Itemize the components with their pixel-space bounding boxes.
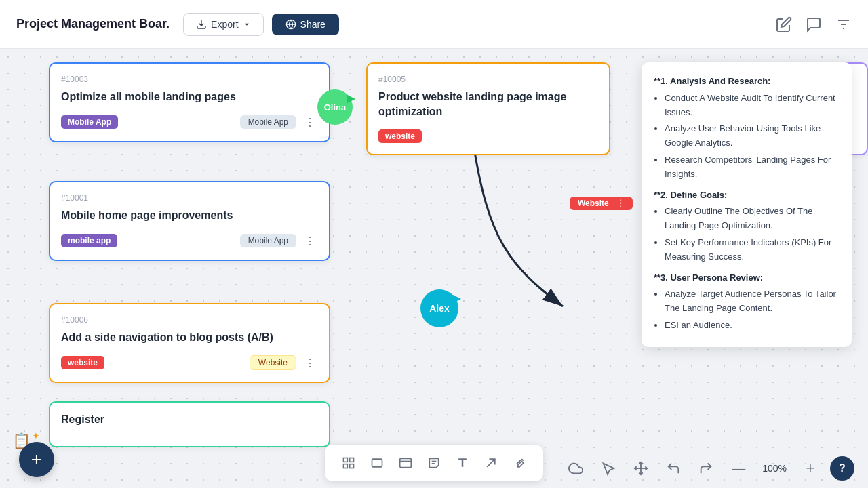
arrow-icon [484, 456, 498, 470]
more-btn-website[interactable]: ⋮ [616, 199, 625, 208]
card-10001[interactable]: #10001 Mobile home page improvements mob… [49, 181, 330, 261]
section-1: **1. Analysis And Research: Conduct A We… [654, 75, 840, 182]
more-button-10006[interactable]: ⋮ [302, 354, 318, 371]
card-10005[interactable]: #10005 Product website landing page imag… [366, 62, 610, 155]
card-id-10001: #10001 [61, 193, 318, 203]
sticky-icon [427, 456, 441, 470]
card-10006[interactable]: #10006 Add a side navigation to blog pos… [49, 303, 330, 383]
tag-website-10006[interactable]: website [61, 356, 104, 369]
footer-tag-mobile[interactable]: Mobile App [240, 115, 296, 129]
arrow-alex-icon [453, 295, 461, 303]
more-button[interactable]: ⋮ [302, 114, 318, 130]
undo-btn[interactable] [660, 455, 686, 481]
section-2-item-1: Clearly Outline The Objectives Of The La… [665, 205, 840, 233]
toolbar-text-btn[interactable] [450, 450, 475, 476]
avatar-alex-label: Alex [429, 303, 450, 314]
card-id-10006: #10006 [61, 315, 318, 325]
toolbar-rect-btn[interactable] [364, 450, 390, 476]
comment-icon[interactable] [806, 16, 822, 33]
svg-marker-6 [453, 295, 461, 303]
page-title: Project Management Boar. [16, 17, 170, 31]
zoom-out-btn[interactable]: — [726, 455, 751, 481]
svg-rect-9 [344, 464, 348, 468]
share-label: Share [300, 19, 326, 30]
card-register[interactable]: Register [49, 401, 330, 447]
toolbar-grid-btn[interactable] [336, 450, 361, 476]
svg-rect-10 [350, 464, 354, 468]
svg-line-16 [487, 459, 495, 467]
tag-mobile-10001[interactable]: mobile app [61, 234, 117, 247]
section-1-item-3: Research Competitors' Landing Pages For … [665, 153, 840, 182]
tag-mobile-app[interactable]: Mobile App [61, 115, 118, 129]
detail-panel: **1. Analysis And Research: Conduct A We… [642, 62, 852, 347]
section-2-title: **2. Define Goals: [654, 188, 840, 203]
toolbar-card-btn[interactable] [393, 450, 418, 476]
filter-icon[interactable] [835, 16, 852, 33]
export-button[interactable]: Export [183, 13, 263, 36]
svg-rect-12 [400, 458, 412, 467]
zoom-in-icon: + [806, 460, 815, 477]
zoom-value: 100% [758, 463, 791, 474]
redo-btn[interactable] [693, 455, 719, 481]
svg-rect-8 [350, 458, 354, 462]
cloud-icon [568, 461, 583, 476]
export-label: Export [211, 19, 238, 30]
card-icon [399, 456, 412, 470]
footer-tag-10006[interactable]: Website [250, 355, 296, 370]
header-actions [776, 16, 852, 33]
bottom-right-controls: — 100% + ? [563, 455, 854, 481]
section-1-list: Conduct A Website Audit To Identify Curr… [665, 92, 840, 182]
cursor-icon [601, 461, 616, 476]
register-title: Register [61, 412, 318, 427]
avatar-olina-label: Olina [324, 102, 347, 113]
fab-add-button[interactable]: + [19, 442, 54, 477]
card-footer-10005: website [378, 129, 598, 143]
header: Project Management Boar. Export Share [0, 0, 868, 49]
card-10003[interactable]: #10003 Optimize all mobile landing pages… [49, 62, 330, 142]
edit-icon[interactable] [776, 16, 792, 33]
section-2-list: Clearly Outline The Objectives Of The La… [665, 205, 840, 264]
card-footer: Mobile App Mobile App ⋮ [61, 114, 318, 130]
section-1-title: **1. Analysis And Research: [654, 75, 840, 89]
rectangle-icon [370, 456, 384, 470]
card-title-10006: Add a side navigation to blog posts (A/B… [61, 330, 318, 345]
card-footer-10001: mobile app Mobile App ⋮ [61, 232, 318, 249]
toolbar-arrow-btn[interactable] [478, 450, 504, 476]
globe-icon [285, 19, 296, 30]
website-badge-float[interactable]: Website ⋮ [570, 197, 633, 210]
footer-tag-10001[interactable]: Mobile App [240, 234, 296, 247]
help-button[interactable]: ? [830, 456, 854, 481]
section-3-title: **3. User Persona Review: [654, 271, 840, 285]
share-button[interactable]: Share [272, 14, 339, 35]
section-1-item-2: Analyze User Behavior Using Tools Like G… [665, 122, 840, 150]
avatar-alex[interactable]: Alex [420, 289, 458, 327]
toolbar-pen-btn[interactable] [507, 450, 532, 476]
svg-rect-11 [372, 459, 382, 467]
section-2: **2. Define Goals: Clearly Outline The O… [654, 188, 840, 264]
more-button-10001[interactable]: ⋮ [302, 232, 318, 249]
card-title-10005: Product website landing page image optim… [378, 89, 598, 120]
zoom-out-icon: — [732, 461, 745, 476]
toolbar [325, 445, 543, 481]
grid-icon [342, 456, 355, 470]
section-3-list: Analyze Target Audience Personas To Tail… [665, 287, 840, 332]
cloud-save-btn[interactable] [563, 455, 589, 481]
zoom-in-btn[interactable]: + [797, 455, 823, 481]
card-id-10005: #10005 [378, 75, 598, 84]
card-title-10001: Mobile home page improvements [61, 208, 318, 223]
undo-icon [666, 461, 681, 476]
svg-marker-5 [347, 95, 355, 103]
toolbar-sticky-btn[interactable] [421, 450, 447, 476]
chevron-down-icon [243, 20, 251, 28]
redo-icon [698, 461, 713, 476]
move-btn[interactable] [628, 455, 654, 481]
cursor-btn[interactable] [595, 455, 621, 481]
avatar-olina[interactable]: Olina [317, 89, 353, 125]
tag-website-10005[interactable]: website [378, 129, 422, 143]
card-id: #10003 [61, 75, 318, 84]
section-2-item-2: Set Key Performance Indicators (KPIs) Fo… [665, 236, 840, 264]
card-footer-10006: website Website ⋮ [61, 354, 318, 371]
help-label: ? [839, 462, 846, 474]
section-3-item-1: Analyze Target Audience Personas To Tail… [665, 287, 840, 316]
pen-icon [513, 456, 526, 470]
